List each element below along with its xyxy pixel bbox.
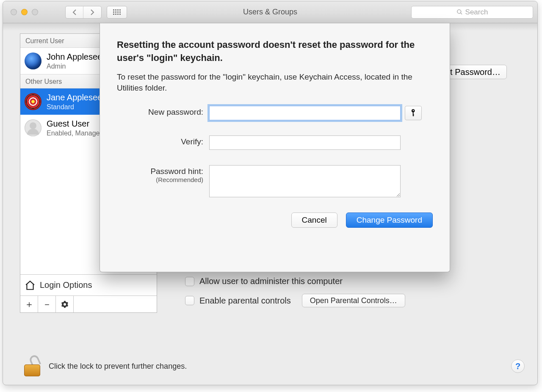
login-options-row[interactable]: Login Options	[20, 274, 157, 295]
user-name: Guest User	[47, 119, 103, 129]
allow-admin-checkbox[interactable]	[185, 277, 194, 286]
parental-label: Enable parental controls	[199, 296, 291, 306]
avatar-target-icon	[25, 93, 41, 110]
window-controls	[11, 9, 38, 15]
sheet-description: To reset the password for the "login" ke…	[117, 72, 433, 94]
verify-label: Verify:	[117, 135, 209, 146]
zoom-window-button[interactable]	[32, 9, 38, 15]
allow-admin-row[interactable]: Allow user to administer this computer	[185, 276, 512, 286]
show-all-button[interactable]	[107, 6, 127, 19]
hint-label: Password hint: (Recommended)	[117, 165, 209, 183]
help-button[interactable]: ?	[511, 359, 525, 373]
search-placeholder: Search	[465, 8, 488, 17]
user-role: Admin	[47, 63, 107, 70]
open-parental-button[interactable]: Open Parental Controls…	[302, 294, 405, 307]
house-icon	[25, 280, 36, 291]
minimize-window-button[interactable]	[21, 9, 28, 15]
login-options-label: Login Options	[40, 280, 92, 290]
new-password-label: New password:	[117, 106, 209, 117]
verify-input[interactable]	[209, 135, 401, 150]
password-assistant-button[interactable]	[405, 106, 422, 120]
back-button[interactable]	[66, 6, 83, 18]
sheet-heading: Resetting the account password doesn't r…	[117, 39, 433, 65]
sheet-buttons: Cancel Change Password	[117, 213, 433, 228]
new-password-input[interactable]	[209, 106, 401, 120]
user-role: Enabled, Managed	[47, 130, 103, 137]
hint-label-sub: (Recommended)	[117, 176, 203, 183]
preferences-window: Users & Groups Search Reset Password… Cu…	[3, 1, 538, 385]
avatar-earth-icon	[25, 52, 41, 69]
remove-user-button[interactable]: －	[38, 296, 56, 312]
cancel-button[interactable]: Cancel	[291, 213, 337, 228]
hint-input[interactable]	[209, 165, 401, 197]
actions-gear-button[interactable]	[56, 296, 74, 312]
avatar-generic-icon	[25, 119, 41, 136]
grid-icon	[113, 9, 121, 15]
footer: Click the lock to prevent further change…	[24, 356, 525, 376]
close-window-button[interactable]	[11, 9, 17, 15]
search-icon	[456, 9, 463, 15]
gear-icon	[61, 301, 69, 308]
right-column: Allow user to administer this computer E…	[185, 276, 512, 315]
key-icon	[410, 108, 417, 118]
parental-checkbox[interactable]	[185, 296, 194, 305]
change-password-label: Change Password	[357, 215, 422, 225]
cancel-label: Cancel	[302, 215, 327, 225]
lock-body-icon	[24, 364, 40, 376]
hint-label-text: Password hint:	[150, 167, 203, 176]
parental-row: Enable parental controls Open Parental C…	[185, 294, 512, 307]
sidebar-ops: ＋ －	[20, 295, 157, 312]
allow-admin-label: Allow user to administer this computer	[199, 276, 343, 286]
lock-hint-text: Click the lock to prevent further change…	[49, 362, 187, 371]
lock-button[interactable]	[24, 356, 40, 376]
change-password-button[interactable]: Change Password	[346, 213, 433, 228]
user-name: Jane Appleseed	[47, 93, 107, 102]
user-role: Standard	[47, 103, 107, 111]
forward-button[interactable]	[83, 6, 101, 18]
titlebar: Users & Groups Search	[3, 1, 537, 23]
password-form: New password: Verify: Password hint: (Re…	[117, 106, 433, 197]
add-user-button[interactable]: ＋	[20, 296, 38, 312]
reset-password-sheet: Resetting the account password doesn't r…	[100, 23, 450, 272]
nav-buttons	[65, 6, 102, 19]
user-name: John Appleseed	[47, 52, 107, 62]
search-field[interactable]: Search	[411, 6, 533, 19]
open-parental-label: Open Parental Controls…	[310, 296, 397, 305]
